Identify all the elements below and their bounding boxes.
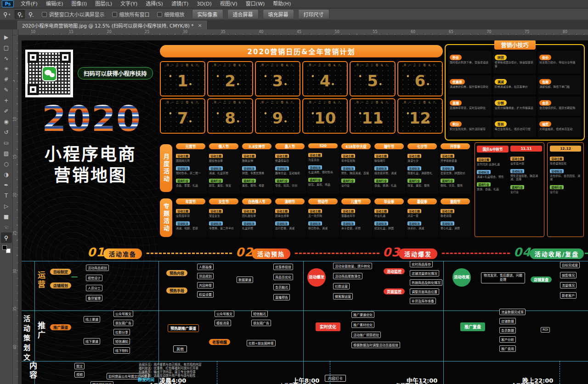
menu-item-2[interactable]: 编辑(E)	[42, 0, 68, 8]
color-swatches[interactable]	[2, 245, 11, 253]
card-section: 活动主题回礼甜蜜季	[242, 205, 271, 217]
card-section: 适用行业珠宝、美妆、服饰	[407, 175, 437, 187]
activity-card-title: 年货节	[176, 198, 205, 204]
section-tag: 活动玩法	[176, 166, 190, 170]
type-tool-icon[interactable]: T	[1, 190, 12, 201]
section-text: 满减+礼盒组合、预售	[477, 175, 509, 178]
card-section: 活动玩法出行套餐、满减	[275, 218, 305, 230]
option-checkbox-2[interactable]: 缩放所有窗口	[112, 11, 150, 18]
section-text: 双节同庆·出游礼遇	[477, 163, 509, 166]
section-text: 孝心礼盒、满赠	[441, 226, 470, 230]
calendar-month-number: 11	[351, 103, 394, 133]
calendar-month-card: 日 一 二 三 四 五 六1	[160, 61, 205, 96]
section-tag: 活动玩法	[242, 221, 256, 226]
gradient-tool-icon[interactable]: ▧	[1, 148, 12, 158]
brush-tool-icon[interactable]: ✐	[1, 106, 12, 116]
qr-finder-icon	[28, 84, 39, 95]
options-button-3[interactable]: 填充屏幕	[263, 9, 294, 19]
options-button-1[interactable]: 实际像素	[192, 9, 223, 19]
activity-card-title: 情人节	[209, 143, 238, 149]
activity-card: 重阳节活动主题敬老感恩活动玩法孝心礼盒、满赠	[439, 198, 471, 237]
tab-close-icon[interactable]: ×	[198, 23, 202, 28]
path-selection-tool-icon[interactable]: ▷	[1, 201, 12, 211]
section-text: 全行业	[510, 190, 542, 193]
menu-item-4[interactable]: 图层(L)	[91, 0, 116, 8]
section-tag: 活动主题	[510, 157, 524, 161]
document-tab[interactable]: 2020小程序电商营销地图.jpg @ 12.5% (扫码可以获得小程序扶持, …	[17, 21, 207, 29]
zoom-out-button[interactable]: ⚲−	[26, 10, 36, 19]
clone-stamp-tool-icon[interactable]: ◉	[1, 116, 12, 127]
menu-bar: Ps 文件(F)编辑(E)图像(I)图层(L)文字(Y)选择(S)滤镜(T)3D…	[0, 0, 588, 8]
activity-card-title: 愚人节	[275, 143, 305, 149]
flow-node-box: 根据数据及时调整活动页面投放	[351, 342, 400, 348]
foreground-color-swatch[interactable]	[2, 245, 7, 250]
calendar-month-card: 日 一 二 三 四 五 六7	[160, 98, 205, 134]
blur-tool-icon[interactable]: ○	[1, 158, 12, 169]
section-tag: 适用行业	[374, 179, 388, 183]
card-section: 活动主题全年最大促	[510, 153, 542, 165]
ruler-left[interactable]: 510152025303540	[13, 35, 18, 384]
tip-card: 包邮满额包邮，降低下单门槛	[538, 75, 581, 95]
section-text: 纪念礼盒、拼团	[374, 226, 404, 230]
card-12-12-tag: 12.12	[550, 146, 581, 152]
phase-pill[interactable]: 活动预热	[252, 248, 290, 259]
menu-item-5[interactable]: 文字(Y)	[116, 0, 141, 8]
phase-pill[interactable]: 活动收尾/复盘	[530, 248, 584, 259]
ruler-corner[interactable]	[13, 29, 18, 35]
menu-item-1[interactable]: 文件(F)	[17, 0, 42, 8]
zoom-tool-icon[interactable]: ⚲	[1, 232, 12, 243]
menu-item-8[interactable]: 3D(D)	[192, 0, 216, 8]
flow-node-box: 销售情况	[560, 272, 577, 278]
lasso-tool-icon[interactable]: ∿	[1, 53, 12, 63]
menu-item-9[interactable]: 视图(V)	[216, 0, 242, 8]
menu-item-6[interactable]: 选择(S)	[141, 0, 167, 8]
section-text: 预售定金膨胀、跨店满减、直播	[510, 174, 542, 181]
menu-item-7[interactable]: 滤镜(T)	[167, 0, 192, 8]
move-tool-icon[interactable]: ▶	[1, 32, 12, 42]
hand-tool-icon[interactable]: ☜	[1, 222, 12, 232]
card-section: 活动玩法纪念礼盒、拼团	[374, 218, 404, 230]
healing-brush-tool-icon[interactable]: +	[1, 95, 12, 106]
eyedropper-tool-icon[interactable]: ✎	[1, 85, 12, 95]
option-checkbox-1[interactable]: 调整窗口大小以满屏显示	[42, 11, 105, 18]
section-text: 食品、家居、礼品	[176, 184, 205, 187]
section-tag: 活动玩法	[308, 165, 322, 169]
zoom-in-button[interactable]: ⚲+	[15, 10, 25, 19]
shape-tool-icon[interactable]: ■	[1, 211, 12, 222]
calendar-month-card: 日 一 二 三 四 五 六5	[350, 61, 395, 96]
history-brush-tool-icon[interactable]: ↺	[1, 127, 12, 137]
zoom-tool-preset[interactable]: ⚲ ▾	[0, 9, 14, 20]
flow-node-box: 店铺流量转化情况	[410, 270, 439, 277]
option-checkbox-3[interactable]: 细微缩放	[157, 11, 185, 18]
ruler-top[interactable]: 101520253035404550556065707580	[18, 29, 588, 35]
section-text: 团圆闹元宵	[176, 159, 205, 162]
phase-pill[interactable]: 活动准备	[103, 248, 142, 259]
calendar-month-card: 日 一 二 三 四 五 六2	[207, 61, 253, 96]
menu-item-11[interactable]: 帮助(H)	[269, 0, 295, 8]
flow-node-greenc: 活动收尾	[452, 268, 471, 287]
document-canvas[interactable]: 扫码可以获得小程序扶持 2020 小程序电商 营销地图 2020营销日历&全年营…	[22, 40, 588, 384]
dodge-tool-icon[interactable]: ◑	[1, 169, 12, 180]
options-button-2[interactable]: 适合屏幕	[227, 9, 259, 19]
menu-item-3[interactable]: 图像(I)	[67, 0, 91, 8]
eraser-tool-icon[interactable]: ▭	[1, 137, 12, 148]
flow-node-box: 公众号推文	[113, 311, 133, 317]
marquee-tool-icon[interactable]: □	[1, 42, 12, 53]
flow-node-box: 数据渠道	[237, 277, 253, 283]
options-button-4[interactable]: 打印尺寸	[298, 9, 329, 19]
quick-selection-tool-icon[interactable]: ✳	[1, 63, 12, 74]
section-tag: 活动主题	[275, 209, 289, 213]
flow-node-box: 内容种草	[197, 282, 214, 288]
tip-tag: 拼团	[495, 55, 507, 60]
pen-tool-icon[interactable]: ✒	[1, 180, 12, 190]
crop-tool-icon[interactable]: #	[1, 74, 12, 85]
menu-item-10[interactable]: 窗口(W)	[242, 0, 269, 8]
section-text: 全行业	[341, 184, 371, 187]
section-text: 敬老感恩	[441, 214, 470, 217]
qr-finder-icon	[28, 52, 39, 63]
tip-desc: 老带新成团享低价，快速裂变获客	[495, 61, 535, 68]
photoshop-logo[interactable]: Ps	[2, 0, 14, 7]
section-text: 粽情端午	[374, 159, 404, 162]
section-tag: 活动主题	[308, 153, 322, 157]
phase-pill[interactable]: 活动爆发	[399, 248, 437, 259]
